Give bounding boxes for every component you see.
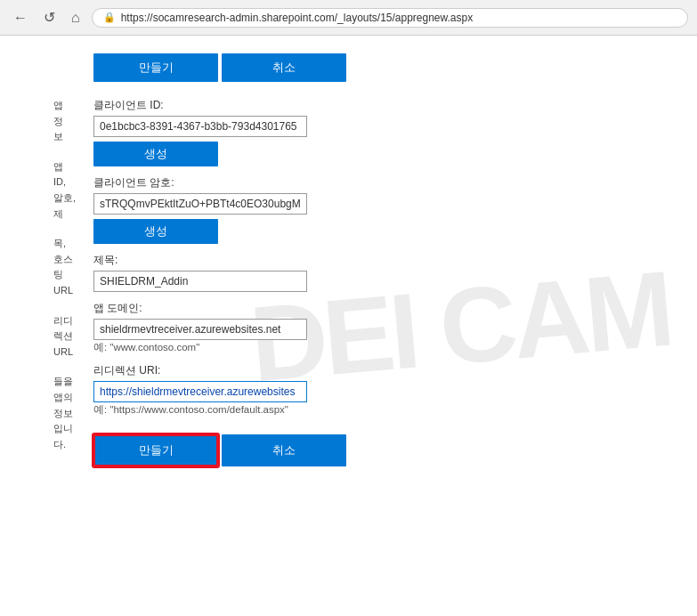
cancel-top-button[interactable]: 취소 (222, 53, 346, 82)
redirect-uri-input[interactable] (93, 381, 307, 402)
generate-client-secret-button[interactable]: 생성 (93, 219, 218, 244)
title-section: 제목: (93, 253, 644, 292)
main-layout: 앱 정 보 앱 ID, 알호, 제 목, 호스 팅 URL 리디 렉션 (53, 53, 644, 466)
title-label: 제목: (93, 253, 644, 268)
redirect-uri-example: 예: "https://www.contoso.com/default.aspx… (93, 404, 288, 415)
sidebar: 앱 정 보 앱 ID, 알호, 제 목, 호스 팅 URL 리디 렉션 (53, 53, 93, 466)
app-domain-section: 앱 도메인: 예: "www.contoso.com" (93, 301, 644, 354)
lock-icon: 🔒 (103, 12, 116, 23)
client-secret-section: 클라이언트 암호: 생성 (93, 175, 644, 244)
refresh-button[interactable]: ↺ (39, 7, 60, 28)
top-button-row: 만들기 취소 (93, 53, 644, 82)
client-id-input[interactable] (93, 116, 307, 137)
client-id-section: 클라이언트 ID: 생성 (93, 98, 644, 166)
client-secret-label: 클라이언트 암호: (93, 175, 644, 190)
create-bottom-button[interactable]: 만들기 (93, 434, 218, 466)
browser-chrome: ← ↺ ⌂ 🔒 https://socamresearch-admin.shar… (0, 0, 697, 36)
url-text: https://socamresearch-admin.sharepoint.c… (121, 12, 677, 24)
home-button[interactable]: ⌂ (67, 8, 85, 28)
create-top-button[interactable]: 만들기 (93, 53, 218, 82)
page-content: DEI CAM 앱 정 보 앱 ID, 알호, 제 목, 호스 팅 URL (0, 36, 697, 616)
sidebar-title-section: 목, 호스 팅 URL (53, 236, 90, 298)
app-domain-label: 앱 도메인: (93, 301, 644, 316)
sidebar-id-section: 앱 ID, 알호, 제 (53, 159, 90, 222)
cancel-bottom-button[interactable]: 취소 (222, 434, 346, 466)
generate-client-id-button[interactable]: 생성 (93, 142, 218, 166)
app-domain-input[interactable] (93, 319, 307, 340)
client-id-label: 클라이언트 ID: (93, 98, 644, 113)
title-input[interactable] (93, 271, 307, 292)
redirect-uri-section: 리디렉션 URI: 예: "https://www.contoso.com/de… (93, 363, 644, 417)
bottom-button-row: 만들기 취소 (93, 434, 644, 466)
sidebar-app-info: 앱 정 보 (53, 98, 90, 145)
redirect-uri-label: 리디렉션 URI: (93, 363, 644, 378)
sidebar-about-section: 들을 앱의 정보 입니 다. (53, 374, 90, 452)
form-area: 만들기 취소 클라이언트 ID: 생성 클라이언트 암호: 생성 제목: (93, 53, 644, 466)
client-secret-input[interactable] (93, 193, 307, 215)
sidebar-redirect-section: 리디 렉션 URL (53, 313, 90, 361)
address-bar[interactable]: 🔒 https://socamresearch-admin.sharepoint… (92, 8, 688, 28)
app-domain-example: 예: "www.contoso.com" (93, 342, 199, 353)
back-button[interactable]: ← (9, 8, 32, 28)
